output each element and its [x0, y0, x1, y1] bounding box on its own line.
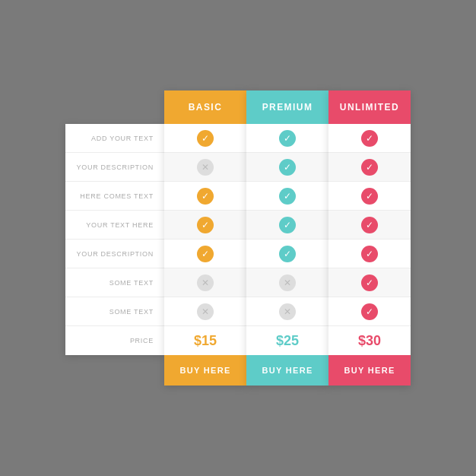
- check-yes-icon: ✓: [197, 130, 214, 147]
- feature-label-6: SOME TEXT: [65, 297, 164, 326]
- plan-col-basic: BASIC✓✕✓✓✓✕✕$15BUY HERE: [164, 90, 246, 386]
- feature-cell-premium-0: ✓: [246, 124, 328, 153]
- check-yes-icon: ✓: [279, 130, 296, 147]
- feature-cell-unlimited-4: ✓: [328, 240, 411, 268]
- feature-cell-basic-1: ✕: [164, 153, 246, 182]
- feature-cell-basic-3: ✓: [164, 211, 246, 240]
- check-no-icon: ✕: [279, 274, 296, 291]
- plan-header-unlimited: UNLIMITED: [328, 90, 411, 124]
- feature-cell-unlimited-2: ✓: [328, 182, 411, 211]
- feature-cell-unlimited-0: ✓: [328, 124, 411, 153]
- feature-cell-basic-5: ✕: [164, 268, 246, 297]
- check-yes-icon: ✓: [361, 303, 378, 320]
- feature-label-5: SOME TEXT: [65, 268, 164, 297]
- pricing-table: ADD YOUR TEXTYOUR DESCRIPTIONHERE COMES …: [65, 90, 411, 386]
- feature-label-4: YOUR DESCRIPTION: [65, 240, 164, 268]
- check-yes-icon: ✓: [361, 159, 378, 176]
- check-yes-icon: ✓: [361, 188, 378, 205]
- check-no-icon: ✕: [279, 303, 296, 320]
- feature-cell-premium-3: ✓: [246, 211, 328, 240]
- check-yes-icon: ✓: [279, 159, 296, 176]
- check-no-icon: ✕: [197, 303, 214, 320]
- feature-cell-basic-0: ✓: [164, 124, 246, 153]
- buy-button-premium[interactable]: BUY HERE: [246, 355, 328, 386]
- feature-cell-basic-4: ✓: [164, 240, 246, 268]
- price-cell-premium: $25: [246, 326, 328, 355]
- feature-label-1: YOUR DESCRIPTION: [65, 153, 164, 182]
- check-no-icon: ✕: [197, 159, 214, 176]
- check-no-icon: ✕: [197, 274, 214, 291]
- price-cell-unlimited: $30: [328, 326, 411, 355]
- label-column: ADD YOUR TEXTYOUR DESCRIPTIONHERE COMES …: [65, 124, 164, 355]
- check-yes-icon: ✓: [361, 130, 378, 147]
- feature-cell-premium-1: ✓: [246, 153, 328, 182]
- check-yes-icon: ✓: [197, 246, 214, 262]
- plan-header-basic: BASIC: [164, 90, 246, 124]
- plan-col-premium: PREMIUM✓✓✓✓✓✕✕$25BUY HERE: [246, 90, 328, 386]
- feature-cell-unlimited-1: ✓: [328, 153, 411, 182]
- check-yes-icon: ✓: [279, 246, 296, 262]
- plan-header-premium: PREMIUM: [246, 90, 328, 124]
- feature-label-3: YOUR TEXT HERE: [65, 211, 164, 240]
- check-yes-icon: ✓: [197, 217, 214, 233]
- feature-cell-premium-6: ✕: [246, 297, 328, 326]
- buy-button-unlimited[interactable]: BUY HERE: [328, 355, 411, 386]
- feature-cell-unlimited-5: ✓: [328, 268, 411, 297]
- feature-label-2: HERE COMES TEXT: [65, 182, 164, 211]
- feature-label-7: PRICE: [65, 326, 164, 355]
- feature-cell-unlimited-6: ✓: [328, 297, 411, 326]
- feature-cell-basic-2: ✓: [164, 182, 246, 211]
- check-yes-icon: ✓: [197, 188, 214, 205]
- feature-cell-basic-6: ✕: [164, 297, 246, 326]
- buy-button-basic[interactable]: BUY HERE: [164, 355, 246, 386]
- feature-cell-unlimited-3: ✓: [328, 211, 411, 240]
- feature-cell-premium-4: ✓: [246, 240, 328, 268]
- check-yes-icon: ✓: [279, 217, 296, 233]
- plans-wrapper: BASIC✓✕✓✓✓✕✕$15BUY HEREPREMIUM✓✓✓✓✓✕✕$25…: [164, 90, 411, 386]
- feature-label-0: ADD YOUR TEXT: [65, 124, 164, 153]
- check-yes-icon: ✓: [361, 246, 378, 262]
- check-yes-icon: ✓: [361, 217, 378, 233]
- feature-cell-premium-5: ✕: [246, 268, 328, 297]
- check-yes-icon: ✓: [361, 274, 378, 291]
- check-yes-icon: ✓: [279, 188, 296, 205]
- plan-col-unlimited: UNLIMITED✓✓✓✓✓✓✓$30BUY HERE: [328, 90, 411, 386]
- price-cell-basic: $15: [164, 326, 246, 355]
- feature-cell-premium-2: ✓: [246, 182, 328, 211]
